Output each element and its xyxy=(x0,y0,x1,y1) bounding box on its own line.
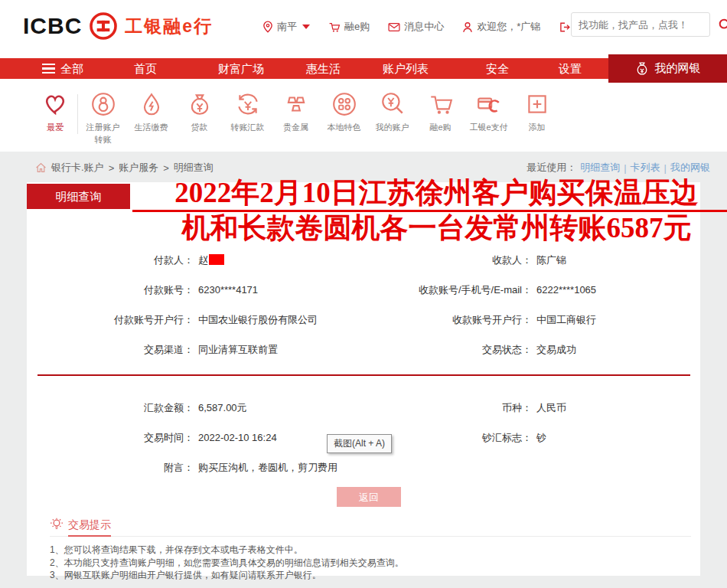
field-row-bank: 付款账号开户行： 中国农业银行股份有限公司 收款账号开户行： 中国工商银行 xyxy=(27,305,700,335)
quick-item-emall[interactable]: 融e购 xyxy=(416,88,465,145)
search-box xyxy=(571,12,710,37)
quick-item-add[interactable]: 添加 xyxy=(513,88,561,145)
currency-value: 人民币 xyxy=(532,401,700,415)
nav-item-wealth[interactable]: 财富广场 xyxy=(218,58,264,79)
recent-link-card-list[interactable]: 卡列表 xyxy=(631,161,660,175)
icbc-logo-text: ICBC xyxy=(23,13,82,39)
field-row-channel: 交易渠道： 同业清算互联前置 交易状态： 交易成功 xyxy=(27,335,700,364)
tips-title: 交易提示 xyxy=(68,518,111,537)
quick-items: 注册账户 转账 生活缴费 贷款 转账汇款 贵金属 xyxy=(79,88,561,145)
location-selector[interactable]: 南平 xyxy=(262,20,310,34)
tab-detail-query[interactable]: 明细查询 xyxy=(27,184,130,209)
payer-label: 付款人： xyxy=(27,253,194,267)
welcome-label: 欢迎您，*广锦 xyxy=(477,20,540,34)
remark-label: 附言： xyxy=(27,461,194,475)
status-value: 交易成功 xyxy=(532,343,700,357)
tips-header: 交易提示 xyxy=(50,518,691,537)
water-drop-icon xyxy=(139,88,165,120)
lightbulb-icon xyxy=(50,518,64,531)
recent-link-my-ebank[interactable]: 我的网银 xyxy=(670,161,710,175)
time-label: 交易时间： xyxy=(27,431,194,445)
breadcrumb-row: 银行卡.账户 > 账户服务 > 明细查询 最近使用： 明细查询 | 卡列表 | … xyxy=(0,152,727,182)
field-row-amount: 汇款金额： 6,587.00元 币种： 人民币 xyxy=(27,393,700,423)
hamburger-icon xyxy=(42,64,55,74)
logout-icon xyxy=(559,21,570,33)
cart-icon xyxy=(328,21,341,33)
nav-item-security[interactable]: 安全 xyxy=(486,58,509,79)
quick-item-favorites[interactable]: 最爱 xyxy=(34,88,77,132)
nav-item-settings[interactable]: 设置 xyxy=(559,58,582,79)
my-ebank-tab[interactable]: 我的网银 xyxy=(608,54,727,83)
epay-card-icon xyxy=(476,88,502,120)
currency-label: 币种： xyxy=(370,401,532,415)
location-pin-icon xyxy=(262,21,273,33)
breadcrumb-sep: > xyxy=(163,162,169,174)
transaction-fields-top: 付款人： 赵 收款人： 陈广锦 付款账号： 6230****4171 收款账号/… xyxy=(27,245,700,364)
quick-item-local-features[interactable]: 本地特色 xyxy=(320,88,368,145)
brand-name: 工银融e行 xyxy=(125,15,213,38)
welcome-user[interactable]: 欢迎您，*广锦 xyxy=(462,20,540,34)
tips-list: 1、您可以将查询结果下载，并保存到文本或电子表格文件中。 2、本功能只支持查询账… xyxy=(50,544,691,582)
redacted-name-block xyxy=(209,254,224,265)
heart-icon xyxy=(42,88,68,120)
logo-group: ICBC 工银融e行 xyxy=(23,11,213,41)
status-label: 交易状态： xyxy=(370,343,532,357)
local-features-icon xyxy=(331,88,357,120)
chevron-down-icon xyxy=(302,24,310,29)
field-row-account: 付款账号： 6230****4171 收款账号/手机号/E-mail： 6222… xyxy=(27,275,700,305)
quick-item-transfer-remit[interactable]: 转账汇款 xyxy=(223,88,272,145)
search-icon[interactable] xyxy=(718,18,727,32)
annotation-overlay: 2022年2月10日江苏徐州客户购买保温压边 机和长款卷圆机各一台发常州转账65… xyxy=(132,177,727,244)
nav-item-all[interactable]: 全部 xyxy=(42,58,83,79)
nav-item-accounts[interactable]: 账户列表 xyxy=(383,58,429,79)
emall-label: 融e购 xyxy=(344,20,370,34)
content-panel: 明细查询 2022年2月10日江苏徐州客户购买保温压边 机和长款卷圆机各一台发常… xyxy=(27,182,700,576)
quick-item-precious-metal[interactable]: 贵金属 xyxy=(272,88,320,145)
payer-bank-value: 中国农业银行股份有限公司 xyxy=(194,313,370,327)
payer-account-label: 付款账号： xyxy=(27,283,194,297)
icbc-logo-icon xyxy=(89,11,118,41)
payee-bank-label: 收款账号开户行： xyxy=(370,313,532,327)
emall-cart-icon xyxy=(428,88,454,120)
recent-used: 最近使用： 明细查询 | 卡列表 | 我的网银 xyxy=(527,161,710,175)
quick-item-epay[interactable]: 工银e支付 xyxy=(465,88,513,145)
payer-bank-label: 付款账号开户行： xyxy=(27,313,194,327)
quick-item-bill-payment[interactable]: 生活缴费 xyxy=(127,88,175,145)
loan-bag-icon xyxy=(187,88,213,120)
section-divider xyxy=(37,374,690,376)
location-label: 南平 xyxy=(277,20,297,34)
message-center-link[interactable]: 消息中心 xyxy=(388,20,444,34)
breadcrumb-current: 明细查询 xyxy=(174,161,214,175)
cash-flag-label: 钞汇标志： xyxy=(370,431,532,445)
gold-bars-icon xyxy=(283,88,309,120)
top-links: 南平 融e购 消息中心 欢迎您，*广锦 退出 xyxy=(262,20,594,34)
tip-line: 3、网银互联账户明细由开户银行提供，如有疑问请联系开户银行。 xyxy=(50,569,691,582)
my-ebank-label: 我的网银 xyxy=(655,61,701,76)
recent-link-detail-query[interactable]: 明细查询 xyxy=(580,161,620,175)
main-nav: 全部 首页 财富广场 惠生活 账户列表 安全 设置 我的网银 xyxy=(0,58,727,79)
quick-item-loan[interactable]: 贷款 xyxy=(175,88,223,145)
breadcrumb: 银行卡.账户 > 账户服务 > 明细查询 xyxy=(35,161,214,175)
cash-flag-value: 钞 xyxy=(532,431,700,445)
envelope-icon xyxy=(388,22,400,32)
back-button[interactable]: 返回 xyxy=(337,487,401,507)
account-magnifier-icon xyxy=(380,88,406,120)
nav-all-label: 全部 xyxy=(60,58,83,79)
register-transfer-icon xyxy=(90,88,116,120)
quick-item-register-transfer[interactable]: 注册账户 转账 xyxy=(79,88,127,145)
nav-item-life[interactable]: 惠生活 xyxy=(306,58,341,79)
breadcrumb-level1[interactable]: 银行卡.账户 xyxy=(51,161,104,175)
nav-item-home[interactable]: 首页 xyxy=(134,58,157,79)
search-input[interactable] xyxy=(572,19,718,31)
recent-label: 最近使用： xyxy=(527,161,576,175)
annotation-line2: 机和长款卷圆机各一台发常州转账6587元 xyxy=(132,212,727,244)
breadcrumb-sep: > xyxy=(109,162,115,174)
emall-link[interactable]: 融e购 xyxy=(328,20,370,34)
breadcrumb-level2[interactable]: 账户服务 xyxy=(119,161,158,175)
field-row-payer: 付款人： 赵 收款人： 陈广锦 xyxy=(27,245,700,275)
home-icon xyxy=(35,162,47,173)
payee-label: 收款人： xyxy=(370,253,532,267)
tip-line: 1、您可以将查询结果下载，并保存到文本或电子表格文件中。 xyxy=(50,544,691,557)
amount-value: 6,587.00元 xyxy=(194,401,370,415)
quick-item-my-account[interactable]: 我的账户 xyxy=(368,88,416,145)
